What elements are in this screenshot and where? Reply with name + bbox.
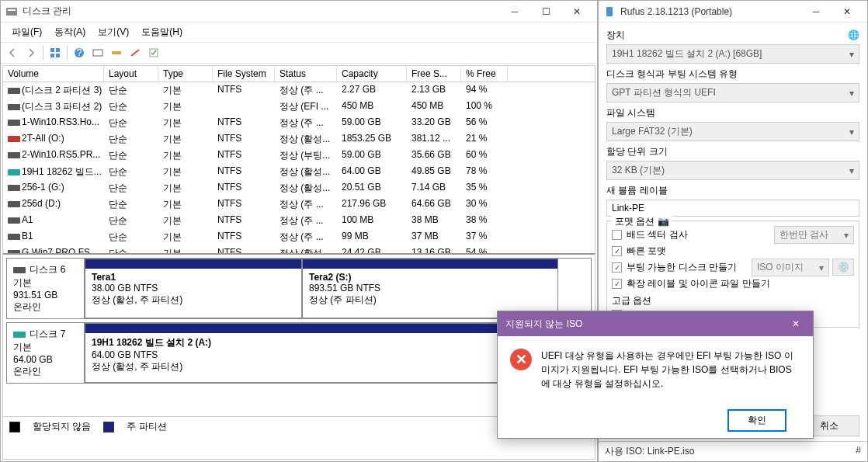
svg-rect-12	[8, 104, 20, 110]
table-row[interactable]: B1 단순기본NTFS 정상 (주 ...99 MB37 MB37 %	[3, 229, 595, 245]
chk-boot-label: 부팅 가능한 디스크 만들기	[627, 261, 737, 274]
rufus-title: Rufus 2.18.1213 (Portable)	[620, 6, 800, 17]
menu-action[interactable]: 동작(A)	[48, 24, 92, 40]
close-button[interactable]: ✕	[561, 1, 592, 23]
fs-combo[interactable]: Large FAT32 (기본)▾	[606, 122, 859, 141]
col-layout[interactable]: Layout	[104, 66, 158, 82]
disk-7-label: 디스크 7 기본 64.00 GB 온라인	[7, 323, 85, 383]
table-row[interactable]: 19H1 18262 빌드... 단순기본NTFS 정상 (활성...64.00…	[3, 164, 595, 180]
svg-rect-9	[112, 51, 121, 54]
chk-ext[interactable]	[612, 279, 622, 289]
swatch-primary	[103, 422, 114, 432]
col-status[interactable]: Status	[275, 66, 337, 82]
vollabel-input[interactable]: Link-PE	[606, 200, 859, 217]
svg-rect-18	[8, 201, 20, 207]
menu-file[interactable]: 파일(F)	[5, 24, 48, 40]
menu-help[interactable]: 도움말(H)	[135, 24, 189, 40]
diskmgmt-icon	[5, 5, 18, 18]
dialog-text: UEFI 대상 유형을 사용하는 경우에만 EFI 부팅 가능한 ISO 이미지…	[541, 349, 800, 391]
chk-ext-label: 확장 레이블 및 아이콘 파일 만들기	[627, 277, 770, 290]
svg-rect-16	[8, 169, 20, 175]
svg-rect-5	[56, 54, 60, 57]
partition[interactable]: 19H1 18262 빌드 설치 2 (A:)64.00 GB NTFS정상 (…	[85, 323, 560, 383]
table-row[interactable]: (디스크 3 파티션 2) 단순기본 정상 (EFI ...450 MB450 …	[3, 99, 595, 115]
svg-rect-0	[6, 8, 17, 16]
back-button[interactable]	[4, 44, 21, 61]
device-combo[interactable]: 19H1 18262 빌드 설치 2 (A:) [68GB]▾	[606, 44, 859, 64]
rufus-minimize[interactable]: ─	[800, 1, 832, 23]
lang-icon[interactable]: 🌐	[848, 30, 859, 40]
chk-boot[interactable]	[612, 262, 622, 273]
dialog-title: 지원되지 않는 ISO	[505, 318, 582, 331]
bad-passes-combo[interactable]: 한번만 검사▾	[774, 226, 854, 244]
dialog-close-button[interactable]: ✕	[786, 316, 805, 332]
boot-type-combo[interactable]: ISO 이미지▾	[752, 259, 829, 276]
svg-rect-13	[8, 120, 20, 126]
table-row[interactable]: 2-Win10.RS5.PR... 단순기본NTFS 정상 (부팅...59.0…	[3, 148, 595, 164]
scheme-combo[interactable]: GPT 파티션 형식의 UEFI▾	[606, 83, 859, 102]
select-iso-button[interactable]: 💿	[832, 259, 854, 276]
menubar: 파일(F) 동작(A) 보기(V) 도움말(H)	[1, 23, 597, 43]
partition[interactable]: Tera138.00 GB NTFS정상 (활성, 주 파티션)	[85, 259, 302, 318]
chk-quick[interactable]	[612, 246, 622, 256]
volume-grid-body[interactable]: (디스크 2 파티션 3) 단순기본NTFS 정상 (주 ...2.27 GB2…	[3, 82, 595, 253]
col-pct[interactable]: % Free	[461, 66, 508, 82]
error-icon: ✕	[510, 349, 532, 370]
legend-primary: 주 파티션	[127, 420, 166, 433]
action1-button[interactable]	[127, 44, 144, 61]
adv-label[interactable]: 고급 옵션	[612, 294, 854, 307]
volume-grid-header: Volume Layout Type File System Status Ca…	[3, 66, 595, 82]
chk-bad[interactable]	[612, 230, 622, 240]
table-row[interactable]: 256d (D:) 단순기본NTFS 정상 (주 ...217.96 GB64.…	[3, 196, 595, 213]
table-row[interactable]: 2T-All (O:) 단순기본NTFS 정상 (활성...1853.25 GB…	[3, 131, 595, 148]
rufus-titlebar: Rufus 2.18.1213 (Portable) ─ ✕	[599, 1, 867, 23]
col-volume[interactable]: Volume	[3, 66, 104, 82]
format-opts-icon[interactable]: 📷	[658, 216, 669, 227]
rufus-icon	[603, 5, 616, 18]
col-capacity[interactable]: Capacity	[337, 66, 407, 82]
col-free[interactable]: Free S...	[407, 66, 461, 82]
table-row[interactable]: (디스크 2 파티션 3) 단순기본NTFS 정상 (주 ...2.27 GB2…	[3, 82, 595, 99]
svg-rect-26	[606, 7, 613, 16]
svg-rect-15	[8, 152, 20, 158]
svg-rect-17	[8, 185, 20, 191]
partition[interactable]: Tera2 (S:)893.51 GB NTFS정상 (주 파티션)	[302, 259, 558, 318]
cluster-combo[interactable]: 32 KB (기본)▾	[606, 161, 859, 180]
settings-button[interactable]	[108, 44, 125, 61]
dialog-ok-button[interactable]: 확인	[727, 409, 786, 432]
svg-rect-25	[13, 332, 26, 338]
view-button[interactable]	[47, 44, 64, 61]
svg-text:?: ?	[77, 47, 82, 58]
svg-rect-11	[8, 88, 20, 94]
status-hash-icon[interactable]: #	[856, 445, 861, 458]
table-row[interactable]: 256-1 (G:) 단순기본NTFS 정상 (활성...20.51 GB7.1…	[3, 180, 595, 196]
svg-rect-24	[13, 267, 26, 273]
table-row[interactable]: A1 단순기본NTFS 정상 (주 ...100 MB38 MB38 %	[3, 213, 595, 229]
svg-rect-19	[8, 217, 20, 224]
chk-quick-label: 빠른 포맷	[627, 245, 666, 258]
disk-6-label: 디스크 6 기본 931.51 GB 온라인	[7, 259, 85, 318]
legend-unallocated: 할당되지 않음	[33, 420, 91, 433]
menu-view[interactable]: 보기(V)	[92, 24, 135, 40]
maximize-button[interactable]: ☐	[530, 1, 561, 23]
status-text: 사용 ISO: Link-PE.iso	[605, 445, 694, 458]
action2-button[interactable]	[145, 44, 162, 61]
scheme-label: 디스크 형식과 부팅 시스템 유형	[606, 68, 859, 81]
rufus-close[interactable]: ✕	[832, 1, 863, 23]
svg-rect-20	[8, 234, 20, 240]
table-row[interactable]: G.Win7.PRO.FS... 단순기본NTFS 정상 (활성...24.42…	[3, 245, 595, 253]
chk-bad-label: 배드 섹터 검사	[627, 228, 688, 241]
refresh-button[interactable]	[89, 44, 106, 61]
toolbar: ?	[1, 43, 597, 64]
svg-rect-8	[93, 50, 102, 56]
forward-button[interactable]	[23, 44, 40, 61]
minimize-button[interactable]: ─	[499, 1, 530, 23]
col-filesystem[interactable]: File System	[213, 66, 275, 82]
swatch-unallocated	[9, 422, 20, 432]
device-label: 장치	[606, 29, 625, 42]
col-type[interactable]: Type	[158, 66, 213, 82]
table-row[interactable]: 1-Win10.RS3.Ho... 단순기본NTFS 정상 (주 ...59.0…	[3, 115, 595, 131]
vollabel-label: 새 볼륨 레이블	[606, 184, 859, 197]
diskmgmt-titlebar: 디스크 관리 ─ ☐ ✕	[1, 1, 597, 23]
help-button[interactable]: ?	[71, 44, 88, 61]
